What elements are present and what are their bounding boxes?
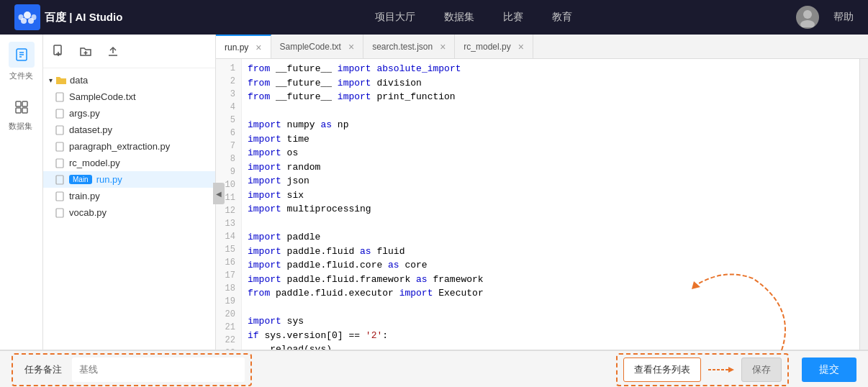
svg-rect-13 — [16, 108, 21, 113]
list-item[interactable]: Main run.py — [43, 171, 215, 188]
save-button[interactable]: 保存 — [741, 358, 782, 382]
new-file-button[interactable] — [49, 43, 68, 62]
svg-rect-27 — [56, 176, 63, 184]
tab-samplecode[interactable]: SampleCode.txt × — [271, 35, 364, 58]
svg-rect-28 — [56, 192, 63, 201]
svg-rect-12 — [22, 101, 27, 106]
upload-button[interactable] — [104, 43, 122, 62]
list-item[interactable]: paragraph_extraction.py — [43, 138, 215, 155]
baidu-logo-icon — [14, 4, 40, 30]
vertical-scrollbar[interactable] — [859, 59, 868, 350]
file-icon — [55, 92, 65, 102]
list-item[interactable]: dataset.py — [43, 122, 215, 138]
tab-label: run.py — [225, 42, 248, 53]
task-note-label: 任务备注 — [19, 363, 68, 376]
sidebar-icon-dataset[interactable] — [9, 94, 35, 120]
sidebar-label-dataset: 数据集 — [9, 122, 32, 130]
submit-button[interactable]: 提交 — [802, 358, 856, 382]
baseline-input[interactable] — [72, 358, 245, 382]
arrow-indicator — [707, 363, 736, 377]
bottom-toolbar-wrapper: 任务备注 查看任务列表 保存 提交 — [0, 350, 868, 387]
svg-rect-24 — [56, 126, 63, 135]
file-icon — [55, 158, 65, 168]
collapse-arrow[interactable]: ◀ — [213, 183, 225, 204]
file-name: rc_model.py — [69, 158, 120, 168]
logo-text: 百度 | AI Studio — [45, 11, 122, 24]
tab-close-icon[interactable]: × — [256, 42, 261, 53]
file-icon — [55, 142, 65, 152]
tab-rc-model[interactable]: rc_model.py × — [455, 35, 533, 58]
nav-item-dataset[interactable]: 数据集 — [444, 11, 474, 24]
code-editor[interactable]: 1234 5678 9101112 13141516 171819 202122… — [216, 59, 868, 350]
file-name: run.py — [96, 174, 122, 185]
nav-item-project[interactable]: 项目大厅 — [375, 11, 415, 24]
logo: 百度 | AI Studio — [14, 4, 122, 30]
new-folder-button[interactable] — [76, 43, 95, 62]
bottom-toolbar: 任务备注 查看任务列表 保存 提交 — [0, 350, 868, 387]
file-icon — [55, 109, 65, 119]
header: 百度 | AI Studio 项目大厅 数据集 比赛 教育 帮助 — [0, 0, 868, 35]
svg-rect-23 — [56, 109, 63, 118]
svg-rect-14 — [22, 108, 27, 113]
tab-close-icon[interactable]: × — [348, 41, 354, 53]
file-icon — [55, 191, 65, 201]
file-name: SampleCode.txt — [69, 91, 136, 102]
nav-item-competition[interactable]: 比赛 — [503, 11, 523, 24]
tab-label: SampleCode.txt — [280, 42, 341, 52]
tab-bar: run.py × SampleCode.txt × search.test.js… — [216, 35, 868, 59]
list-item[interactable]: SampleCode.txt — [43, 88, 215, 105]
svg-rect-29 — [56, 209, 63, 217]
svg-marker-31 — [728, 367, 734, 373]
folder-data[interactable]: ▾ data — [43, 71, 215, 88]
file-name: args.py — [69, 108, 100, 119]
svg-rect-11 — [16, 101, 21, 106]
list-item[interactable]: args.py — [43, 105, 215, 122]
sidebar: 文件夹 数据集 — [0, 35, 43, 350]
code-content[interactable]: from __future__ import absolute_import f… — [242, 59, 859, 350]
svg-point-4 — [28, 18, 34, 24]
svg-rect-15 — [54, 45, 61, 55]
file-name: train.py — [69, 191, 100, 201]
svg-point-6 — [800, 20, 815, 27]
avatar[interactable] — [796, 6, 819, 29]
list-item[interactable]: rc_model.py — [43, 155, 215, 171]
tab-close-icon[interactable]: × — [518, 41, 524, 53]
sidebar-label-files: 文件夹 — [9, 70, 33, 81]
svg-point-5 — [803, 10, 812, 19]
file-name: paragraph_extraction.py — [69, 141, 170, 152]
tab-label: search.test.json — [372, 42, 433, 52]
svg-rect-22 — [56, 93, 63, 101]
file-tree: ▾ data SampleCode.txt args.py dataset.py… — [43, 35, 216, 350]
header-right: 帮助 — [796, 6, 854, 29]
tab-label: rc_model.py — [464, 42, 510, 52]
help-button[interactable]: 帮助 — [833, 11, 854, 24]
svg-rect-25 — [56, 142, 63, 151]
nav-item-education[interactable]: 教育 — [552, 11, 572, 24]
svg-rect-26 — [56, 159, 63, 168]
view-tasks-button[interactable]: 查看任务列表 — [623, 358, 701, 382]
tab-close-icon[interactable]: × — [440, 41, 446, 53]
header-nav: 项目大厅 数据集 比赛 教育 — [151, 11, 796, 24]
file-icon — [55, 208, 65, 218]
chevron-down-icon: ▾ — [49, 76, 53, 84]
editor-area: run.py × SampleCode.txt × search.test.js… — [216, 35, 868, 350]
file-tree-toolbar — [43, 40, 215, 68]
sidebar-icon-files[interactable] — [9, 42, 35, 68]
svg-point-3 — [21, 18, 27, 24]
tab-run-py[interactable]: run.py × — [216, 35, 271, 58]
folder-icon — [55, 74, 67, 86]
file-name: vocab.py — [69, 207, 107, 218]
folder-name: data — [70, 75, 88, 86]
list-item[interactable]: vocab.py — [43, 204, 215, 221]
list-item[interactable]: train.py — [43, 188, 215, 204]
svg-point-0 — [24, 12, 31, 19]
file-icon — [55, 125, 65, 135]
file-icon — [55, 175, 65, 185]
line-numbers: 1234 5678 9101112 13141516 171819 202122… — [216, 59, 242, 350]
main-badge: Main — [69, 175, 92, 184]
file-name: dataset.py — [69, 124, 112, 135]
tab-search-test[interactable]: search.test.json × — [363, 35, 455, 58]
